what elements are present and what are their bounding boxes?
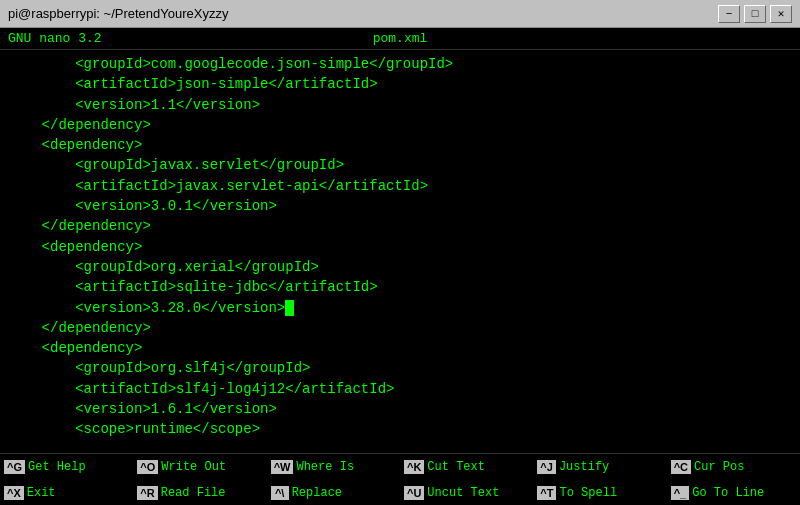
shortcut-key: ^T (537, 486, 556, 500)
minimize-button[interactable]: − (718, 5, 740, 23)
shortcut-label: Uncut Text (427, 486, 499, 500)
titlebar-title: pi@raspberrypi: ~/PretendYoureXyzzy (8, 6, 718, 21)
nano-header-app: GNU nano 3.2 (8, 31, 102, 46)
bottom-bar-item[interactable]: ^OWrite Out (133, 454, 266, 480)
bottom-bar-item[interactable]: ^UUncut Text (400, 480, 533, 505)
titlebar: pi@raspberrypi: ~/PretendYoureXyzzy − □ … (0, 0, 800, 28)
shortcut-label: Cur Pos (694, 460, 744, 474)
nano-header: GNU nano 3.2 pom.xml (0, 28, 800, 50)
shortcut-key: ^C (671, 460, 691, 474)
shortcut-label: Where Is (296, 460, 354, 474)
bottom-bar-item[interactable]: ^KCut Text (400, 454, 533, 480)
shortcut-key: ^X (4, 486, 24, 500)
shortcut-key: ^U (404, 486, 424, 500)
bottom-bar-item[interactable]: ^XExit (0, 480, 133, 505)
bottom-bar-item[interactable]: ^GGet Help (0, 454, 133, 480)
shortcut-key: ^J (537, 460, 556, 474)
shortcut-key: ^O (137, 460, 158, 474)
titlebar-controls: − □ ✕ (718, 5, 792, 23)
bottom-bar-item[interactable]: ^CCur Pos (667, 454, 800, 480)
bottom-bar-item[interactable]: ^\Replace (267, 480, 400, 505)
shortcut-key: ^\ (271, 486, 289, 500)
shortcut-key: ^K (404, 460, 424, 474)
shortcut-label: To Spell (559, 486, 617, 500)
shortcut-key: ^G (4, 460, 25, 474)
shortcut-label: Read File (161, 486, 226, 500)
shortcut-label: Go To Line (692, 486, 764, 500)
editor-area[interactable]: <groupId>com.googlecode.json-simple</gro… (0, 50, 800, 453)
close-button[interactable]: ✕ (770, 5, 792, 23)
shortcut-key: ^W (271, 460, 294, 474)
bottom-bar: ^GGet Help^OWrite Out^WWhere Is^KCut Tex… (0, 453, 800, 505)
bottom-bar-item[interactable]: ^TTo Spell (533, 480, 666, 505)
shortcut-label: Cut Text (427, 460, 485, 474)
shortcut-label: Justify (559, 460, 609, 474)
shortcut-label: Exit (27, 486, 56, 500)
maximize-button[interactable]: □ (744, 5, 766, 23)
nano-header-filename: pom.xml (373, 31, 428, 46)
shortcut-label: Write Out (161, 460, 226, 474)
bottom-bar-item[interactable]: ^_Go To Line (667, 480, 800, 505)
bottom-bar-item[interactable]: ^WWhere Is (267, 454, 400, 480)
shortcut-label: Get Help (28, 460, 86, 474)
shortcut-key: ^R (137, 486, 157, 500)
bottom-bar-item[interactable]: ^RRead File (133, 480, 266, 505)
text-cursor (285, 300, 294, 316)
bottom-bar-item[interactable]: ^JJustify (533, 454, 666, 480)
shortcut-label: Replace (292, 486, 342, 500)
shortcut-key: ^_ (671, 486, 690, 500)
